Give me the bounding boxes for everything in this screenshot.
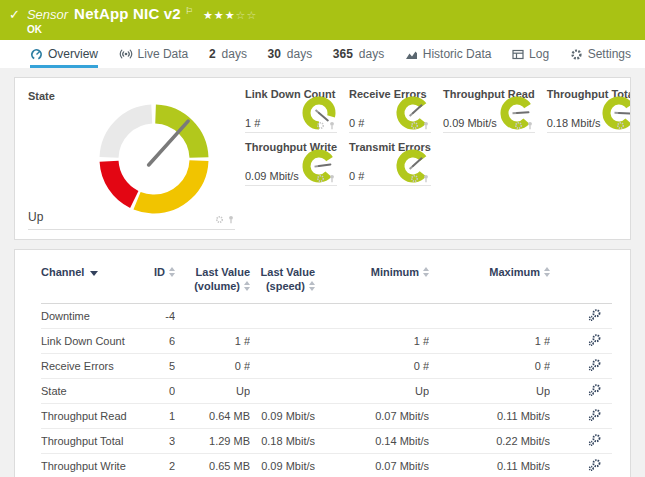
tab-historic-data[interactable]: Historic Data — [405, 40, 492, 68]
cell-last_volume: 1.29 MB — [175, 428, 250, 453]
channel-table: Channel ID Last Value (volume) Last Valu… — [41, 250, 612, 477]
table-row: Downtime-4 — [41, 303, 612, 328]
status-badge: OK — [27, 24, 257, 35]
mini-gauge-transmit-errors[interactable]: Transmit Errors 0 # — [349, 141, 431, 186]
tab-settings[interactable]: Settings — [570, 40, 631, 68]
cell-max: 0.22 Mbit/s — [429, 428, 550, 453]
sort-desc-caret-icon — [90, 271, 98, 276]
gauge-value: 1 # — [245, 117, 260, 129]
overview-panel: State Up L — [14, 77, 631, 240]
object-kind-label: Sensor — [27, 7, 68, 22]
gauge-title: State — [28, 90, 55, 102]
channel-settings-button[interactable] — [550, 453, 612, 477]
pin-icon[interactable] — [526, 121, 534, 130]
cell-last_speed — [250, 303, 315, 328]
cell-max: 1 # — [429, 328, 550, 353]
cell-max: Up — [429, 378, 550, 403]
cell-last_speed — [250, 378, 315, 403]
col-maximum[interactable]: Maximum — [429, 250, 550, 303]
priority-flag-icon[interactable]: ⚐ — [185, 6, 193, 16]
cell-id: 5 — [140, 353, 175, 378]
cell-min — [315, 303, 429, 328]
cell-min: 0.14 Mbit/s — [315, 428, 429, 453]
tab-bar: Overview Live Data 2days 30days 365days … — [0, 40, 645, 68]
mini-gauge-throughput-write[interactable]: Throughput Write 0.09 Mbit/s — [245, 141, 337, 186]
gear-icon[interactable] — [316, 174, 325, 183]
state-gauge — [93, 98, 215, 220]
gear-icon[interactable] — [215, 215, 224, 224]
channel-settings-icon — [588, 308, 602, 322]
table-row: Receive Errors50 #0 #0 # — [41, 353, 612, 378]
channel-settings-button[interactable] — [550, 378, 612, 403]
col-channel[interactable]: Channel — [41, 250, 140, 303]
cell-min: 0.07 Mbit/s — [315, 453, 429, 477]
settings-gear-icon — [570, 48, 583, 61]
stars-filled[interactable]: ★★★ — [203, 9, 236, 21]
cell-last_volume: 0.65 MB — [175, 453, 250, 477]
historic-data-chart-icon — [405, 49, 418, 60]
tab-2-days[interactable]: 2days — [209, 40, 247, 68]
channel-settings-button[interactable] — [550, 353, 612, 378]
pin-icon[interactable] — [628, 121, 631, 130]
cell-channel: Downtime — [41, 303, 140, 328]
cell-last_volume: 0.64 MB — [175, 403, 250, 428]
cell-id: -4 — [140, 303, 175, 328]
cell-last_speed: 0.09 Mbit/s — [250, 453, 315, 477]
mini-gauge-link-down-count[interactable]: Link Down Count 1 # — [245, 88, 337, 133]
channel-settings-button[interactable] — [550, 403, 612, 428]
mini-gauge-receive-errors[interactable]: Receive Errors 0 # — [349, 88, 431, 133]
cell-channel: Throughput Read — [41, 403, 140, 428]
cell-id: 2 — [140, 453, 175, 477]
gauge-corner-icons — [410, 174, 430, 183]
cell-last_speed — [250, 328, 315, 353]
pin-icon[interactable] — [328, 121, 336, 130]
stars-empty[interactable]: ☆☆ — [236, 9, 258, 21]
sort-icon — [544, 267, 550, 277]
cell-id: 0 — [140, 378, 175, 403]
cell-channel: Receive Errors — [41, 353, 140, 378]
pin-icon[interactable] — [328, 174, 336, 183]
gauge-corner-icons — [316, 174, 336, 183]
gauge-corner-icons — [410, 121, 430, 130]
pin-icon[interactable] — [422, 121, 430, 130]
col-last-value-speed[interactable]: Last Value (speed) — [250, 250, 315, 303]
cell-min: 0.07 Mbit/s — [315, 403, 429, 428]
state-gauge-cell[interactable]: State Up — [15, 78, 239, 239]
channel-settings-button[interactable] — [550, 328, 612, 353]
live-data-signal-icon — [119, 48, 133, 60]
gear-icon[interactable] — [514, 121, 523, 130]
gauge-value: 0.18 Mbit/s — [547, 117, 601, 129]
channel-settings-button[interactable] — [550, 303, 612, 328]
tab-overview[interactable]: Overview — [30, 40, 98, 68]
cell-channel: Throughput Write — [41, 453, 140, 477]
gauge-needle — [149, 121, 188, 165]
gear-icon[interactable] — [316, 121, 325, 130]
pin-icon[interactable] — [422, 174, 430, 183]
log-table-icon — [512, 49, 524, 60]
sort-icon — [423, 267, 429, 277]
table-header-row: Channel ID Last Value (volume) Last Valu… — [41, 250, 612, 303]
status-ok-check-icon: ✓ — [9, 7, 20, 22]
tab-365-days[interactable]: 365days — [333, 40, 384, 68]
tab-30-days[interactable]: 30days — [268, 40, 313, 68]
col-last-value-volume[interactable]: Last Value (volume) — [175, 250, 250, 303]
table-row: State0UpUpUp — [41, 378, 612, 403]
mini-gauge-throughput-total[interactable]: Throughput Total 0.18 Mbit/s — [547, 88, 631, 133]
cell-min: Up — [315, 378, 429, 403]
pin-icon[interactable] — [227, 215, 235, 224]
channel-settings-button[interactable] — [550, 428, 612, 453]
mini-gauge-throughput-read[interactable]: Throughput Read 0.09 Mbit/s — [443, 88, 535, 133]
col-actions — [550, 250, 612, 303]
table-row: Throughput Read10.64 MB0.09 Mbit/s0.07 M… — [41, 403, 612, 428]
priority-stars[interactable]: ★★★☆☆ — [203, 9, 257, 22]
tab-live-data[interactable]: Live Data — [119, 40, 189, 68]
cell-min: 0 # — [315, 353, 429, 378]
gear-icon[interactable] — [410, 121, 419, 130]
col-minimum[interactable]: Minimum — [315, 250, 429, 303]
col-id[interactable]: ID — [140, 250, 175, 303]
gear-icon[interactable] — [616, 121, 625, 130]
cell-last_speed: 0.18 Mbit/s — [250, 428, 315, 453]
tab-log[interactable]: Log — [512, 40, 549, 68]
gear-icon[interactable] — [410, 174, 419, 183]
mini-gauge-grid: Link Down Count 1 # Receive Errors 0 # — [239, 78, 631, 239]
